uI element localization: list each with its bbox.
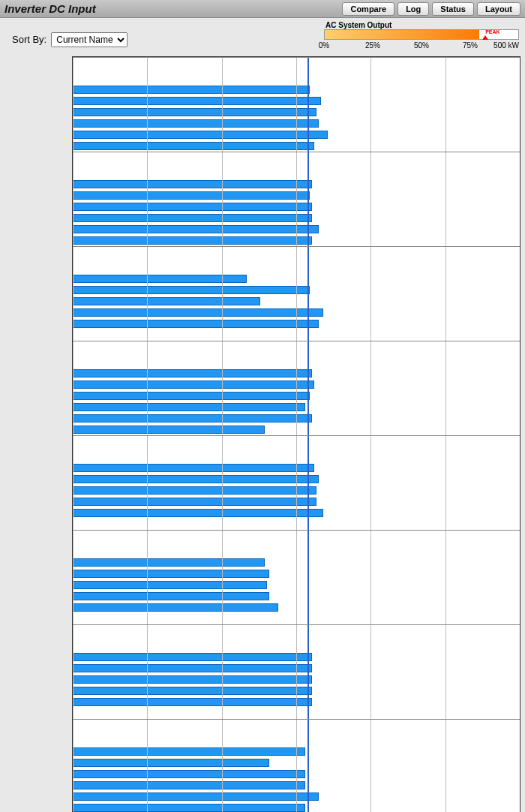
group-separator bbox=[73, 530, 520, 531]
layout-button[interactable]: Layout bbox=[477, 2, 520, 16]
bar bbox=[73, 119, 319, 128]
log-button[interactable]: Log bbox=[398, 2, 429, 16]
bar bbox=[73, 380, 314, 389]
bar bbox=[73, 180, 312, 188]
bar bbox=[73, 792, 319, 801]
bar bbox=[73, 225, 319, 233]
bar bbox=[73, 131, 328, 139]
ac-tick: 50% bbox=[414, 41, 429, 50]
bar bbox=[73, 369, 312, 377]
bar bbox=[73, 191, 310, 200]
bar bbox=[73, 558, 265, 567]
group-separator bbox=[73, 341, 520, 341]
group-separator bbox=[73, 435, 520, 436]
bar bbox=[73, 770, 305, 778]
bar bbox=[73, 108, 316, 116]
bar bbox=[73, 86, 310, 94]
group-separator bbox=[73, 719, 520, 720]
grid-line bbox=[296, 57, 297, 812]
bar bbox=[73, 747, 305, 756]
bar bbox=[73, 581, 267, 589]
ac-tick: 0% bbox=[319, 41, 329, 50]
bar-chart bbox=[72, 56, 520, 812]
reference-line bbox=[308, 57, 309, 812]
grid-line bbox=[147, 57, 148, 812]
sort-label: Sort By: bbox=[12, 34, 46, 45]
bar bbox=[73, 603, 278, 612]
bar bbox=[73, 653, 312, 661]
ac-tick: 75% bbox=[463, 41, 478, 50]
grid-line bbox=[73, 57, 74, 812]
bar bbox=[73, 308, 323, 317]
peak-marker-icon bbox=[482, 35, 488, 40]
page-title: Inverter DC Input bbox=[4, 2, 96, 15]
bar bbox=[73, 414, 312, 423]
ac-output-bar: PEAK bbox=[324, 29, 519, 40]
bar bbox=[73, 392, 310, 400]
toolbar: Compare Log Status Layout bbox=[342, 2, 520, 16]
bar bbox=[73, 275, 247, 283]
peak-label: PEAK bbox=[485, 29, 500, 35]
sort-select[interactable]: Current Name bbox=[51, 32, 128, 47]
bar bbox=[73, 464, 314, 472]
bar bbox=[73, 236, 312, 245]
bar bbox=[73, 698, 312, 706]
sort-control: Sort By: Current Name bbox=[6, 21, 128, 52]
grid-line bbox=[370, 57, 371, 812]
bar bbox=[73, 403, 305, 411]
bar bbox=[73, 759, 269, 767]
bar bbox=[73, 498, 316, 506]
ac-tick: 25% bbox=[365, 41, 380, 50]
grid-line bbox=[446, 57, 446, 812]
bar bbox=[73, 804, 305, 812]
group-separator bbox=[73, 246, 520, 247]
bar bbox=[73, 592, 269, 600]
bar bbox=[73, 675, 312, 684]
group-separator bbox=[73, 624, 520, 625]
ac-output-label: AC System Output bbox=[324, 21, 519, 29]
bar bbox=[73, 664, 312, 672]
bar bbox=[73, 297, 260, 305]
bar bbox=[73, 687, 312, 695]
bar bbox=[73, 97, 321, 105]
grid-line bbox=[520, 57, 520, 812]
bar bbox=[73, 286, 310, 294]
bar bbox=[73, 781, 305, 789]
group-separator bbox=[73, 57, 520, 58]
bar bbox=[73, 203, 312, 211]
bar bbox=[73, 486, 316, 495]
window-header: Inverter DC Input Compare Log Status Lay… bbox=[0, 0, 525, 18]
grid-line bbox=[222, 57, 223, 812]
ac-output-ticks: 0%25%50%75%500 kW bbox=[324, 41, 519, 52]
ac-output-fill bbox=[325, 30, 479, 39]
bar bbox=[73, 509, 323, 517]
bar bbox=[73, 214, 312, 222]
bar bbox=[73, 570, 269, 578]
ac-output-panel: AC System Output PEAK 0%25%50%75%500 kW bbox=[324, 21, 519, 52]
compare-button[interactable]: Compare bbox=[342, 2, 394, 16]
group-separator bbox=[73, 152, 520, 152]
bar bbox=[73, 142, 314, 150]
bar bbox=[73, 426, 265, 434]
sub-header: Sort By: Current Name AC System Output P… bbox=[0, 18, 525, 56]
ac-tick: 500 kW bbox=[494, 41, 519, 50]
bar bbox=[73, 475, 319, 483]
bar bbox=[73, 320, 319, 328]
status-button[interactable]: Status bbox=[432, 2, 474, 16]
